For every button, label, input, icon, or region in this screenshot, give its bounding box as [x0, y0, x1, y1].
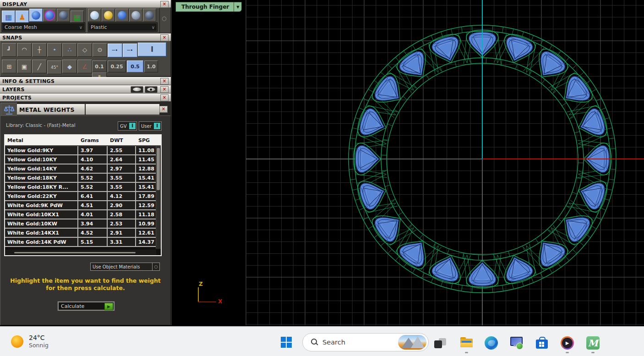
display-toolbar: ▦♟▦	[2, 9, 84, 23]
matte-sphere-icon[interactable]	[88, 9, 101, 22]
axis-snap-icon: ∠	[82, 63, 87, 70]
grid-snap-icon[interactable]: ⊞	[2, 60, 16, 73]
x-axis-line	[198, 301, 216, 302]
mesh-quality-dropdown[interactable]: Coarse Mesh ∨	[2, 22, 85, 32]
column-header-metal[interactable]: Metal	[5, 135, 78, 145]
weather-temperature: 24°C	[29, 334, 49, 342]
material-dropdown[interactable]: Plastic ∨	[88, 22, 158, 32]
horizontal-scrollbar[interactable]	[5, 250, 156, 255]
matrix-app-button[interactable]: M	[586, 336, 600, 350]
table-row[interactable]: Yellow Gold:22KY6.414.1217.89	[5, 192, 156, 201]
projects-title: PROJECTS	[0, 95, 32, 101]
solid-snap-icon[interactable]: ▣	[17, 60, 32, 73]
media-player-button[interactable]: ▶	[561, 336, 574, 350]
table-row[interactable]: Yellow Gold:9KY3.972.5511.08	[5, 146, 156, 155]
gold-sphere-icon[interactable]	[102, 9, 115, 22]
center-snap-icon[interactable]: ⊙	[93, 43, 107, 57]
remote-status-icon	[516, 343, 523, 350]
user-toggle-button[interactable]: User I	[139, 121, 162, 131]
grid-view-icon[interactable]: ▦	[2, 11, 15, 23]
on-curve-snap-icon[interactable]: ─•	[123, 44, 137, 57]
column-header-dwt[interactable]: DWT	[108, 135, 136, 145]
midpoint-snap-icon[interactable]: ◆	[62, 60, 77, 73]
weather-widget[interactable]: 24°C Sonnig	[11, 334, 49, 349]
wireframe-sphere-icon[interactable]	[129, 9, 142, 22]
end-snap-icon[interactable]: ┛	[2, 43, 16, 57]
close-icon[interactable]: ×	[160, 1, 169, 8]
metal-name-cell: Yellow Gold:14KY	[5, 164, 78, 173]
value-cell: 2.91	[108, 229, 136, 237]
viewport-3d[interactable]: Through Finger ▼ Z X	[172, 0, 644, 325]
table-row[interactable]: Yellow Gold:18KY5.523.5515.41	[5, 174, 156, 183]
use-object-materials-button[interactable]: Use Object Materials ○	[90, 263, 160, 271]
store-button[interactable]	[535, 336, 549, 350]
projects-header[interactable]: PROJECTS ×	[0, 93, 171, 102]
dark-sphere-icon[interactable]	[143, 9, 156, 22]
grid-preset-0.5[interactable]: 0.5	[127, 60, 143, 72]
search-daily-image	[398, 335, 426, 350]
figure-icon[interactable]: ♟	[16, 11, 29, 23]
table-row[interactable]: Yellow Gold:10KY4.102.6411.45	[5, 155, 156, 164]
info-settings-panel: INFO & SETTINGS ×	[0, 77, 171, 85]
vertex-snap-icon[interactable]: ∴	[62, 43, 77, 57]
close-icon[interactable]: ×	[159, 106, 168, 113]
viewport-layout-icon[interactable]: ▦	[71, 11, 84, 23]
point-snap-icon[interactable]: •	[47, 43, 62, 57]
angle-45-snap-icon[interactable]: 45°	[47, 60, 62, 74]
grid-preset-0.1[interactable]: 0.1	[92, 60, 107, 72]
table-row[interactable]: Yellow Gold:14KY4.622.9712.88	[5, 164, 156, 174]
table-row[interactable]: White Gold:14KX14.522.9112.61	[5, 229, 156, 238]
remote-desktop-button[interactable]	[509, 336, 523, 350]
globe-needle-icon[interactable]	[57, 9, 70, 22]
vertical-scrollbar[interactable]	[156, 146, 161, 249]
table-row[interactable]: White Gold:10KX14.012.5811.18	[5, 210, 156, 219]
perpendicular-snap-icon[interactable]: I	[138, 43, 166, 56]
info-settings-header[interactable]: INFO & SETTINGS ×	[0, 77, 171, 85]
search-bar[interactable]: Search	[302, 333, 429, 351]
calculate-button[interactable]: Calculate ▶	[57, 301, 115, 311]
store-bag-icon	[536, 340, 548, 349]
layer-hide-icon[interactable]	[131, 86, 143, 93]
grid-preset-1.0[interactable]: 1.0	[144, 60, 158, 72]
blue-sphere-icon[interactable]	[115, 9, 129, 22]
file-explorer-button[interactable]	[460, 336, 474, 350]
close-icon[interactable]: ×	[160, 34, 169, 41]
intersection-snap-icon[interactable]: ┼	[32, 43, 47, 57]
ring-wireframe-canvas[interactable]	[172, 0, 644, 325]
quadrant-snap-icon[interactable]: ◇	[77, 43, 92, 57]
column-header-spg[interactable]: SPG	[136, 135, 161, 145]
on-line-snap-icon[interactable]: ─•	[108, 44, 122, 57]
close-icon[interactable]: ×	[160, 78, 169, 85]
curve-snap-icon[interactable]: ╱	[32, 60, 47, 73]
near-snap-icon[interactable]: ◠	[17, 43, 32, 57]
globe-needle-icon	[59, 11, 68, 20]
axis-snap-icon[interactable]: ∠	[77, 60, 92, 73]
task-view-button[interactable]	[434, 338, 446, 348]
grid-preset-0.25[interactable]: 0.25	[108, 60, 126, 72]
close-icon[interactable]: ×	[160, 86, 169, 93]
table-row[interactable]: Yellow Gold:18KY R...5.523.5515.41	[5, 183, 156, 192]
close-icon[interactable]: ×	[160, 94, 169, 101]
layer-visibility-eye-icon[interactable]	[145, 86, 158, 93]
column-header-grams[interactable]: Grams	[78, 135, 108, 145]
display-panel: DISPLAY × ▦♟▦ Coarse Mesh ∨ Plastic ∨ ○	[0, 0, 171, 33]
running-indicator	[566, 352, 569, 353]
shaded-sphere-icon[interactable]	[29, 9, 43, 22]
z-axis-line	[198, 287, 199, 302]
shaded-sphere-icon	[32, 11, 40, 20]
value-cell: 11.18	[136, 210, 156, 219]
view-selector[interactable]: Through Finger ▼	[175, 2, 242, 12]
table-row[interactable]: White Gold:9K PdW4.512.9012.59	[5, 201, 156, 210]
gv-toggle-button[interactable]: GV I	[118, 121, 137, 131]
table-row[interactable]: White Gold:10KW3.942.5310.99	[5, 219, 156, 229]
table-row[interactable]: White Gold:14K PdW5.153.3114.37	[5, 238, 156, 247]
start-button[interactable]	[281, 337, 293, 349]
edge-button[interactable]	[485, 336, 498, 350]
layers-header[interactable]: LAYERS ×	[0, 85, 171, 93]
perpendicular-snap-icon: I	[151, 45, 153, 54]
metal-weights-header[interactable]: METAL WEIGHTS	[17, 104, 85, 115]
radio-icon: ○	[152, 263, 159, 270]
ghost-sphere-icon[interactable]	[43, 9, 56, 22]
quadrant-snap-icon: ◇	[82, 46, 87, 53]
radio-icon[interactable]: ○	[162, 15, 166, 22]
